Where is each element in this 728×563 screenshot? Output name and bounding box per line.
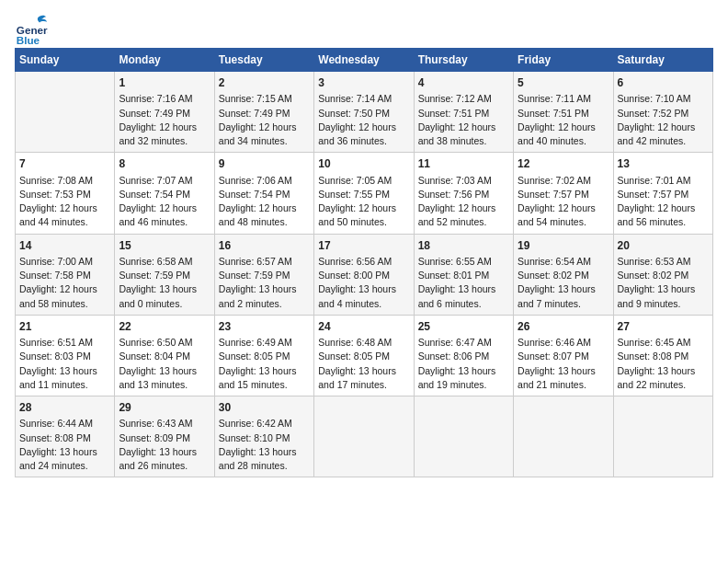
day-info: and 9 minutes. [618,297,709,311]
day-number: 28 [19,400,110,416]
day-number: 12 [518,156,609,172]
day-number: 27 [618,319,709,335]
day-info: Daylight: 13 hours [418,282,509,296]
day-cell: 18Sunrise: 6:55 AMSunset: 8:01 PMDayligh… [414,234,513,315]
day-info: and 56 minutes. [618,215,709,229]
day-info: Sunset: 8:02 PM [618,269,709,282]
day-info: Sunset: 7:50 PM [318,107,409,121]
day-info: Sunset: 7:54 PM [119,188,210,201]
day-info: Daylight: 12 hours [318,121,409,134]
day-cell: 8Sunrise: 7:07 AMSunset: 7:54 PMDaylight… [115,153,214,234]
day-number: 29 [119,400,210,416]
day-cell [613,396,712,477]
day-header-thursday: Thursday [414,49,513,72]
day-cell: 16Sunrise: 6:57 AMSunset: 7:59 PMDayligh… [214,234,313,315]
day-header-wednesday: Wednesday [314,49,414,72]
day-header-sunday: Sunday [16,49,115,72]
day-info: and 26 minutes. [119,459,210,473]
day-number: 16 [219,238,310,254]
day-info: and 32 minutes. [119,134,210,148]
day-cell: 19Sunrise: 6:54 AMSunset: 8:02 PMDayligh… [514,234,613,315]
day-cell: 2Sunrise: 7:15 AMSunset: 7:49 PMDaylight… [214,72,313,153]
day-info: Daylight: 13 hours [219,445,310,459]
day-number: 14 [19,238,110,254]
day-info: Sunrise: 6:55 AM [418,255,509,269]
day-cell: 12Sunrise: 7:02 AMSunset: 7:57 PMDayligh… [514,153,613,234]
day-number: 3 [318,75,409,91]
day-number: 25 [418,319,509,335]
day-cell: 1Sunrise: 7:16 AMSunset: 7:49 PMDaylight… [115,72,214,153]
day-info: Sunrise: 7:10 AM [618,92,709,106]
day-info: Sunrise: 6:58 AM [119,255,210,269]
day-number: 18 [418,238,509,254]
day-info: Sunrise: 6:45 AM [618,336,709,350]
day-number: 15 [119,238,210,254]
day-info: Sunrise: 6:42 AM [219,417,310,431]
day-info: and 7 minutes. [518,297,609,311]
day-info: and 0 minutes. [119,297,210,311]
day-info: Daylight: 12 hours [418,201,509,215]
day-info: Sunset: 7:53 PM [19,188,110,201]
day-number: 9 [219,156,310,172]
day-info: Daylight: 13 hours [19,364,110,378]
day-info: and 22 minutes. [618,378,709,392]
day-info: and 19 minutes. [418,378,509,392]
day-info: Sunset: 8:07 PM [518,350,609,363]
day-info: Sunset: 7:52 PM [618,107,709,121]
day-info: Sunrise: 6:53 AM [618,255,709,269]
day-info: and 28 minutes. [219,459,310,473]
day-info: Sunrise: 7:05 AM [318,174,409,188]
day-number: 13 [618,156,709,172]
day-cell: 25Sunrise: 6:47 AMSunset: 8:06 PMDayligh… [414,315,513,396]
day-cell: 14Sunrise: 7:00 AMSunset: 7:58 PMDayligh… [16,234,115,315]
day-info: Sunrise: 7:12 AM [418,92,509,106]
day-info: and 48 minutes. [219,215,310,229]
day-cell: 24Sunrise: 6:48 AMSunset: 8:05 PMDayligh… [314,315,414,396]
day-number: 2 [219,75,310,91]
day-info: Sunrise: 7:06 AM [219,174,310,188]
day-info: Sunset: 8:03 PM [19,350,110,363]
day-info: Sunset: 8:09 PM [119,431,210,445]
day-cell: 10Sunrise: 7:05 AMSunset: 7:55 PMDayligh… [314,153,414,234]
day-cell [314,396,414,477]
day-number: 4 [418,75,509,91]
day-cell: 6Sunrise: 7:10 AMSunset: 7:52 PMDaylight… [613,72,712,153]
day-info: Daylight: 13 hours [19,445,110,459]
day-info: and 58 minutes. [19,297,110,311]
day-number: 7 [19,156,110,172]
day-info: Sunrise: 6:56 AM [318,255,409,269]
day-info: Sunrise: 7:00 AM [19,255,110,269]
day-cell [514,396,613,477]
day-header-monday: Monday [115,49,214,72]
day-info: Sunrise: 6:44 AM [19,417,110,431]
day-info: and 15 minutes. [219,378,310,392]
day-cell: 15Sunrise: 6:58 AMSunset: 7:59 PMDayligh… [115,234,214,315]
day-info: Sunrise: 6:57 AM [219,255,310,269]
day-info: Daylight: 13 hours [318,364,409,378]
day-info: Daylight: 12 hours [19,282,110,296]
day-info: Daylight: 12 hours [19,201,110,215]
day-info: Sunset: 7:56 PM [418,188,509,201]
day-info: Daylight: 13 hours [418,364,509,378]
day-info: Daylight: 12 hours [219,201,310,215]
day-number: 19 [518,238,609,254]
week-row-2: 7Sunrise: 7:08 AMSunset: 7:53 PMDaylight… [16,153,713,234]
day-cell: 17Sunrise: 6:56 AMSunset: 8:00 PMDayligh… [314,234,414,315]
day-info: Sunset: 7:57 PM [618,188,709,201]
day-number: 17 [318,238,409,254]
day-info: Sunrise: 6:50 AM [119,336,210,350]
day-info: Daylight: 13 hours [318,282,409,296]
day-info: Sunset: 7:59 PM [119,269,210,282]
day-cell: 4Sunrise: 7:12 AMSunset: 7:51 PMDaylight… [414,72,513,153]
day-info: Sunset: 8:01 PM [418,269,509,282]
week-row-3: 14Sunrise: 7:00 AMSunset: 7:58 PMDayligh… [16,234,713,315]
day-number: 6 [618,75,709,91]
day-number: 22 [119,319,210,335]
day-number: 11 [418,156,509,172]
day-info: Sunrise: 7:11 AM [518,92,609,106]
day-cell: 9Sunrise: 7:06 AMSunset: 7:54 PMDaylight… [214,153,313,234]
day-info: and 13 minutes. [119,378,210,392]
day-info: Daylight: 12 hours [219,121,310,134]
day-info: Sunrise: 6:48 AM [318,336,409,350]
day-cell: 11Sunrise: 7:03 AMSunset: 7:56 PMDayligh… [414,153,513,234]
